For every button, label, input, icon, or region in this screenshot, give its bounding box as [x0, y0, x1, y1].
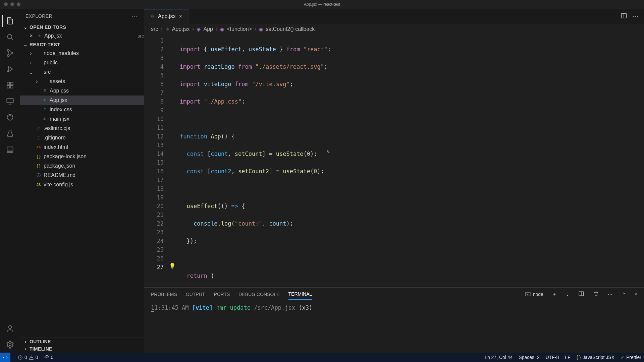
extensions-activity-icon[interactable] [2, 77, 18, 93]
chevron-right-icon: › [23, 339, 28, 344]
file-item[interactable]: ⚛main.jsx [20, 114, 144, 124]
sidebar: EXPLORER ⋯ ⌄ OPEN EDITORS × ⚛ App.jsx sr… [20, 9, 144, 353]
close-icon[interactable]: × [179, 13, 182, 19]
status-prettier[interactable]: ✓ Prettier [621, 355, 641, 360]
panel-tab-debug-console[interactable]: DEBUG CONSOLE [238, 289, 279, 300]
status-language[interactable]: { } JavaScript JSX [577, 355, 614, 360]
sidebar-header: EXPLORER ⋯ [20, 9, 144, 23]
file-item[interactable]: <>index.html [20, 142, 144, 152]
remote-indicator[interactable] [0, 353, 10, 362]
file-item[interactable]: ⓘREADME.md [20, 171, 144, 180]
chevron-right-icon: › [23, 346, 28, 352]
file-item[interactable]: #index.css [20, 105, 144, 114]
svg-rect-16 [526, 292, 530, 296]
folder-item[interactable]: ›node_modules [20, 49, 144, 58]
circ-icon: ◌ [36, 126, 42, 131]
terminal-kind[interactable]: node [525, 291, 543, 297]
editor-body[interactable]: 1234567891011121314151617181920212223242… [144, 34, 644, 287]
breadcrumb-item[interactable]: <function> [227, 26, 252, 32]
kill-terminal-icon[interactable] [593, 291, 599, 298]
terminal-output[interactable]: 11:31:45 AM [vite] hmr update /src/App.j… [144, 301, 644, 353]
file-item[interactable]: #App.css [20, 86, 144, 96]
explorer-activity-icon[interactable] [2, 13, 18, 29]
panel-tab-problems[interactable]: PROBLEMS [151, 289, 177, 300]
split-editor-icon[interactable] [621, 12, 627, 20]
folder-item[interactable]: ⌄src [20, 67, 144, 77]
remote-activity-icon[interactable] [2, 93, 18, 109]
file-item[interactable]: { }package.json [20, 161, 144, 171]
status-indentation[interactable]: Spaces: 2 [519, 355, 539, 360]
settings-activity-icon[interactable] [2, 337, 18, 353]
zoom-window-icon[interactable] [17, 2, 20, 6]
file-item[interactable]: JSvite.config.js [20, 180, 144, 189]
json-icon: { } [36, 164, 42, 168]
chevron-right-icon: › [34, 78, 40, 84]
accounts-activity-icon[interactable] [2, 320, 18, 337]
timeline-section-head[interactable]: › TIMELINE [20, 345, 144, 353]
vscode-remote-icon[interactable] [2, 141, 18, 158]
open-editor-item[interactable]: × ⚛ App.jsx src [20, 31, 144, 41]
main-row: EXPLORER ⋯ ⌄ OPEN EDITORS × ⚛ App.jsx sr… [0, 9, 644, 353]
project-section-head[interactable]: ⌄ REACT-TEST [20, 41, 144, 48]
edge-tools-icon[interactable] [2, 109, 18, 125]
panel-tabs: PROBLEMS OUTPUT PORTS DEBUG CONSOLE TERM… [144, 288, 644, 301]
split-terminal-icon[interactable] [578, 291, 584, 298]
breadcrumb-item[interactable]: App [203, 26, 213, 32]
file-item[interactable]: ⚛App.jsx [20, 96, 144, 105]
svg-rect-7 [7, 85, 10, 88]
svg-rect-8 [10, 85, 13, 88]
folder-item[interactable]: ›public [20, 58, 144, 67]
window-title: App.jsx — react-test [304, 2, 340, 7]
close-icon[interactable]: × [635, 292, 637, 297]
react-file-icon: ⚛ [36, 34, 42, 38]
panel-tab-terminal[interactable]: TERMINAL [288, 289, 312, 300]
outline-label: OUTLINE [30, 339, 51, 344]
breadcrumb-item[interactable]: App.jsx [172, 26, 190, 32]
status-ports[interactable]: 0 [44, 355, 54, 360]
testing-activity-icon[interactable] [2, 125, 18, 141]
chevron-right-icon: › [28, 50, 34, 56]
search-activity-icon[interactable] [2, 29, 18, 45]
code-content[interactable]: import { useEffect, useState } from "rea… [177, 34, 644, 287]
svg-rect-5 [7, 82, 10, 85]
svg-point-13 [8, 325, 11, 328]
status-encoding[interactable]: UTF-8 [546, 355, 559, 360]
timeline-label: TIMELINE [30, 346, 52, 352]
file-tree-label: README.md [44, 172, 144, 178]
tab-app-jsx[interactable]: ⚛ App.jsx × [144, 9, 189, 24]
app-frame: App.jsx — react-test [0, 0, 644, 362]
more-icon[interactable]: ⋯ [608, 292, 613, 297]
file-tree-label: App.jsx [50, 97, 144, 103]
symbol-icon: ◉ [197, 26, 201, 32]
open-editors-section-head[interactable]: ⌄ OPEN EDITORS [20, 23, 144, 31]
close-icon[interactable]: × [28, 33, 34, 39]
status-eol[interactable]: LF [565, 355, 570, 360]
chevron-up-icon[interactable]: ⌃ [622, 292, 626, 297]
svg-rect-12 [7, 152, 13, 153]
file-item[interactable]: { }package-lock.json [20, 152, 144, 161]
file-item[interactable]: ◌.eslintrc.cjs [20, 124, 144, 133]
panel-tab-ports[interactable]: PORTS [214, 289, 230, 300]
more-icon[interactable]: ⋯ [633, 13, 639, 20]
window-controls[interactable] [4, 2, 20, 6]
panel-tab-output[interactable]: OUTPUT [186, 289, 205, 300]
breadcrumb-item[interactable]: setCount2() callback [266, 26, 315, 32]
status-problems[interactable]: 0 0 [18, 355, 38, 360]
dropdown-chevron-icon[interactable]: ⌄ [566, 292, 570, 297]
breadcrumb[interactable]: src › ⚛ App.jsx › ◉ App › ◉ <function> ›… [144, 24, 644, 34]
minimize-window-icon[interactable] [10, 2, 14, 6]
new-terminal-icon[interactable]: ＋ [552, 291, 557, 297]
source-control-activity-icon[interactable] [2, 45, 18, 61]
status-cursor-position[interactable]: Ln 27, Col 44 [485, 355, 513, 360]
file-item[interactable]: ◌.gitignore [20, 133, 144, 142]
breadcrumb-item[interactable]: src [151, 26, 158, 32]
lightbulb-icon[interactable]: 💡 [168, 263, 177, 272]
sidebar-title: EXPLORER [25, 13, 52, 19]
close-window-icon[interactable] [4, 2, 8, 6]
outline-section-head[interactable]: › OUTLINE [20, 338, 144, 345]
folder-item[interactable]: ›assets [20, 77, 144, 86]
titlebar: App.jsx — react-test [0, 0, 644, 9]
run-debug-activity-icon[interactable] [2, 61, 18, 77]
chevron-right-icon: › [28, 60, 34, 66]
sidebar-more-icon[interactable]: ⋯ [132, 12, 139, 20]
